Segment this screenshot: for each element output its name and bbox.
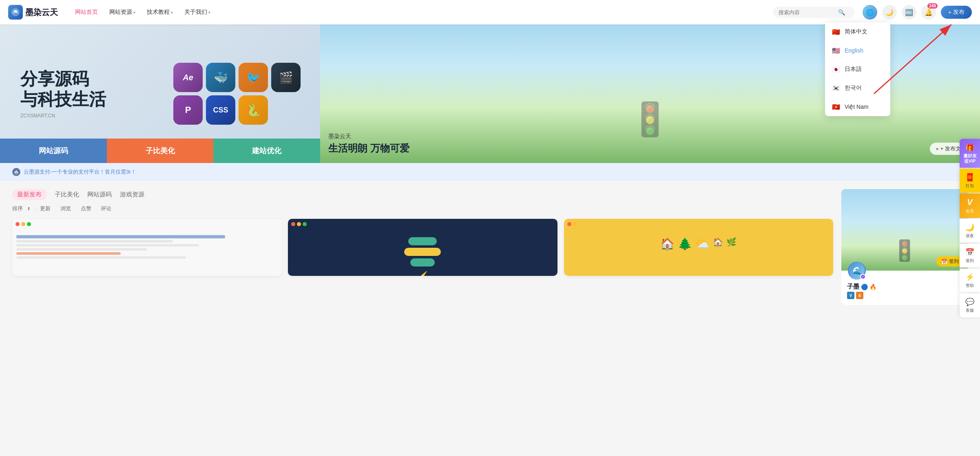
notice-text: 云墨源支付-一个专业的支付平台！首月仅需3r！ bbox=[24, 168, 136, 176]
calendar-icon: 📅 bbox=[965, 248, 974, 257]
sort-divider: · bbox=[75, 206, 77, 212]
card-preview: ⚡ bbox=[288, 219, 557, 276]
user-badges: V 6 bbox=[847, 292, 962, 299]
card-item[interactable]: ⚡ bbox=[288, 219, 557, 276]
sort-divider: | bbox=[35, 206, 36, 212]
sort-update[interactable]: 更新 bbox=[40, 205, 51, 212]
card-preview bbox=[12, 219, 281, 276]
sidebar: 🚦 📅 签到 🌊 ✓ 子墨 🔵 � bbox=[841, 189, 968, 305]
lightning-icon: ⚡ bbox=[965, 273, 974, 282]
nav-item-home[interactable]: 网站首页 bbox=[70, 6, 103, 18]
search-input[interactable] bbox=[779, 9, 836, 15]
notice-icon: 🏠 bbox=[12, 168, 20, 176]
notification-badge: 249 bbox=[927, 3, 938, 9]
search-box: 🔍 bbox=[773, 7, 854, 18]
globe-icon-btn[interactable]: 🌐 bbox=[863, 5, 877, 20]
tab-source[interactable]: 网站源码 bbox=[87, 189, 112, 200]
main-content-area: 最新发布 子比美化 网站源码 游戏资源 排序 ⬆ | 更新 · 浏览 · 点赞 … bbox=[0, 181, 980, 313]
flag-china: 🇨🇳 bbox=[832, 27, 841, 36]
sort-icon: ⬆ bbox=[27, 206, 31, 211]
hero-title: 分享源码 与科技生活 bbox=[20, 69, 300, 110]
hero-btn-source[interactable]: 网站源码 bbox=[0, 139, 107, 163]
sidebar-image: 🚦 📅 签到 🌊 ✓ bbox=[841, 189, 968, 271]
float-sponsor-btn[interactable]: ⚡ 赞助 bbox=[960, 269, 980, 293]
sort-likes[interactable]: 点赞 bbox=[81, 205, 91, 212]
card-grid: ⚡ 🏠 🌲 ⛅ 🏠 🌿 bbox=[12, 219, 833, 276]
chevron-down-icon: ▾ bbox=[171, 10, 173, 15]
sidebar-decoration: 🚦 bbox=[892, 239, 917, 262]
card-item[interactable] bbox=[12, 219, 281, 276]
float-member-btn[interactable]: V 会员 bbox=[960, 194, 980, 218]
sidebar-user-card[interactable]: 🚦 📅 签到 🌊 ✓ 子墨 🔵 � bbox=[841, 189, 968, 305]
float-hongbao-btn[interactable]: 🧧 红包 bbox=[960, 169, 980, 193]
theme-icon-btn[interactable]: 🌙 bbox=[882, 5, 897, 20]
moon-icon: 🌙 bbox=[965, 223, 974, 232]
lang-item-zh[interactable]: 🇨🇳 简体中文 bbox=[825, 22, 890, 41]
sort-comments[interactable]: 评论 bbox=[101, 205, 111, 212]
badge-v: V bbox=[847, 292, 854, 299]
tab-latest[interactable]: 最新发布 bbox=[12, 189, 46, 200]
language-dropdown: 🇨🇳 简体中文 🇺🇸 English 🇯🇵 日本語 🇰🇷 한국어 🇻🇳 Việt… bbox=[825, 22, 890, 116]
flag-korea: 🇰🇷 bbox=[832, 84, 841, 93]
header: 墨染云天 网站首页 网站资源 ▾ 技术教程 ▾ 关于我们 ▾ 🔍 🌐 🌙 🔤 bbox=[0, 0, 980, 24]
window-dots bbox=[291, 222, 307, 226]
publish-button[interactable]: + 发布 bbox=[941, 6, 972, 19]
dot-green bbox=[27, 222, 31, 226]
sort-divider: · bbox=[95, 206, 97, 212]
float-invite-vip-btn[interactable]: 🎁 邀好友送VIP bbox=[960, 139, 980, 167]
plus-icon: + bbox=[936, 146, 939, 152]
window-dots bbox=[15, 222, 31, 226]
card-preview: 🏠 🌲 ⛅ 🏠 🌿 bbox=[564, 219, 833, 276]
user-name: 子墨 🔵 🔥 bbox=[847, 283, 962, 291]
sort-divider: · bbox=[55, 206, 56, 212]
dot-yellow bbox=[21, 222, 25, 226]
hero-buttons: 网站源码 子比美化 建站优化 bbox=[0, 139, 320, 163]
flag-us: 🇺🇸 bbox=[832, 46, 841, 55]
dot-yellow bbox=[297, 222, 301, 226]
lang-item-ja[interactable]: 🇯🇵 日本語 bbox=[825, 60, 890, 79]
notification-btn[interactable]: 🔔 249 bbox=[921, 5, 936, 20]
sidebar-avatar-container: 🌊 ✓ bbox=[848, 262, 866, 280]
flag-vietnam: 🇻🇳 bbox=[832, 102, 841, 111]
main-content: 最新发布 子比美化 网站源码 游戏资源 排序 ⬆ | 更新 · 浏览 · 点赞 … bbox=[12, 189, 833, 305]
nav-item-resources[interactable]: 网站资源 ▾ bbox=[104, 6, 140, 18]
headset-icon: 💬 bbox=[965, 297, 974, 306]
chevron-down-icon: ▾ bbox=[133, 10, 135, 15]
dot-red bbox=[15, 222, 20, 226]
tab-zibi[interactable]: 子比美化 bbox=[55, 189, 79, 200]
translate-icon-btn[interactable]: 🔤 bbox=[902, 5, 916, 20]
hero-left: 分享源码 与科技生活 ZCXSMART.CN Ae 🐳 🐦 🎬 P CSS 🐍 … bbox=[0, 24, 320, 163]
tab-games[interactable]: 游戏资源 bbox=[120, 189, 144, 200]
member-icon: V bbox=[967, 198, 972, 207]
chevron-down-icon: ▾ bbox=[208, 10, 210, 15]
badge-6: 6 bbox=[856, 292, 863, 299]
float-checkin-btn[interactable]: 📅 签到 bbox=[960, 244, 980, 268]
logo-icon bbox=[8, 5, 23, 20]
hero-domain: ZCXSMART.CN bbox=[20, 113, 300, 119]
dot-yellow bbox=[573, 222, 577, 226]
lang-item-vi[interactable]: 🇻🇳 Việt Nam bbox=[825, 97, 890, 116]
float-theme-btn[interactable]: 🌙 昼夜 bbox=[960, 219, 980, 243]
content-tabs: 最新发布 子比美化 网站源码 游戏资源 bbox=[12, 189, 833, 200]
dot-red bbox=[567, 222, 571, 226]
nav-item-about[interactable]: 关于我们 ▾ bbox=[179, 6, 215, 18]
notice-bar[interactable]: 🏠 云墨源支付-一个专业的支付平台！首月仅需3r！ bbox=[0, 163, 980, 181]
lang-item-en[interactable]: 🇺🇸 English bbox=[825, 41, 890, 60]
hero-btn-zibi[interactable]: 子比美化 bbox=[107, 139, 214, 163]
search-icon[interactable]: 🔍 bbox=[838, 9, 845, 15]
sort-bar: 排序 ⬆ | 更新 · 浏览 · 点赞 · 评论 bbox=[12, 205, 833, 212]
card-item[interactable]: 🏠 🌲 ⛅ 🏠 🌿 bbox=[564, 219, 833, 276]
float-service-btn[interactable]: 💬 客服 bbox=[960, 293, 980, 313]
sort-views[interactable]: 浏览 bbox=[60, 205, 71, 212]
dot-green bbox=[303, 222, 307, 226]
logo[interactable]: 墨染云天 bbox=[8, 5, 58, 20]
sort-label: 排序 bbox=[12, 205, 23, 212]
hero-right-subtitle: 生活明朗 万物可爱 bbox=[328, 142, 972, 155]
flag-japan: 🇯🇵 bbox=[832, 65, 841, 74]
hero-btn-build[interactable]: 建站优化 bbox=[213, 139, 320, 163]
gift-icon: 🎁 bbox=[965, 143, 974, 152]
nav-item-tutorials[interactable]: 技术教程 ▾ bbox=[142, 6, 178, 18]
window-dots bbox=[567, 222, 577, 226]
lang-item-ko[interactable]: 🇰🇷 한국어 bbox=[825, 79, 890, 97]
site-name: 墨染云天 bbox=[25, 7, 58, 18]
